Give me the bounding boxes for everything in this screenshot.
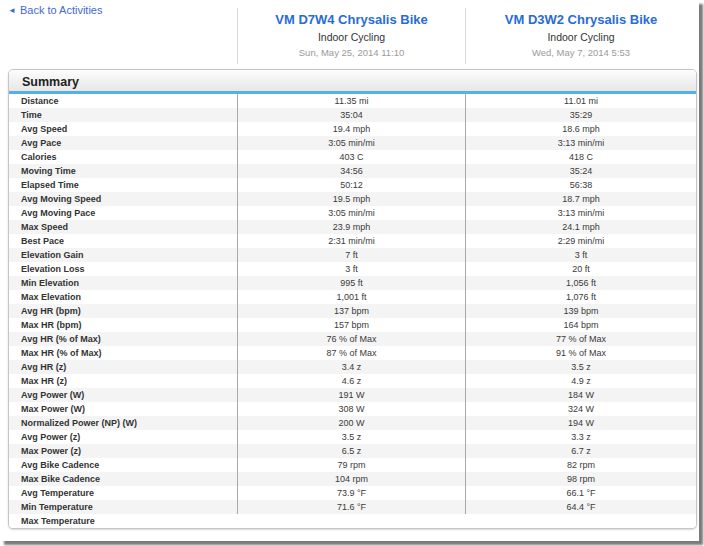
table-row: Avg Bike Cadence79 rpm82 rpm bbox=[9, 458, 696, 472]
metric-value-activity-2: 324 W bbox=[465, 402, 696, 416]
metric-label: Elevation Gain bbox=[9, 248, 237, 262]
metric-value-activity-1: 3:05 min/mi bbox=[237, 136, 465, 150]
table-row: Avg Moving Speed19.5 mph18.7 mph bbox=[9, 192, 696, 206]
metric-label: Best Pace bbox=[9, 234, 237, 248]
metric-label: Max Elevation bbox=[9, 290, 237, 304]
metric-value-activity-1: 995 ft bbox=[237, 276, 465, 290]
summary-panel: Summary Distance11.35 mi11.01 miTime35:0… bbox=[8, 69, 697, 529]
metric-label: Avg HR (z) bbox=[9, 360, 237, 374]
metric-value-activity-1: 1,001 ft bbox=[237, 290, 465, 304]
table-row: Avg Power (W)191 W184 W bbox=[9, 388, 696, 402]
metric-value-activity-2: 66.1 °F bbox=[465, 486, 696, 500]
metric-value-activity-1 bbox=[237, 514, 465, 528]
metric-value-activity-1: 3.4 z bbox=[237, 360, 465, 374]
metric-value-activity-2: 139 bpm bbox=[465, 304, 696, 318]
metric-label: Max HR (% of Max) bbox=[9, 346, 237, 360]
metric-value-activity-2: 4.9 z bbox=[465, 374, 696, 388]
metric-value-activity-2: 98 rpm bbox=[465, 472, 696, 486]
metric-value-activity-2: 24.1 mph bbox=[465, 220, 696, 234]
metric-value-activity-1: 87 % of Max bbox=[237, 346, 465, 360]
table-row: Normalized Power (NP) (W)200 W194 W bbox=[9, 416, 696, 430]
table-row: Min Elevation995 ft1,056 ft bbox=[9, 276, 696, 290]
metric-value-activity-2: 6.7 z bbox=[465, 444, 696, 458]
table-row: Avg HR (% of Max)76 % of Max77 % of Max bbox=[9, 332, 696, 346]
metric-label: Avg Moving Speed bbox=[9, 192, 237, 206]
metric-value-activity-2: 11.01 mi bbox=[465, 94, 696, 108]
table-row: Max Bike Cadence104 rpm98 rpm bbox=[9, 472, 696, 486]
metric-label: Normalized Power (NP) (W) bbox=[9, 416, 237, 430]
metric-label: Elevation Loss bbox=[9, 262, 237, 276]
metric-value-activity-2: 1,056 ft bbox=[465, 276, 696, 290]
activity-header-2: VM D3W2 Chrysalis Bike Indoor Cycling We… bbox=[465, 8, 696, 64]
metric-label: Max HR (z) bbox=[9, 374, 237, 388]
metric-value-activity-2: 82 rpm bbox=[465, 458, 696, 472]
table-row: Avg HR (bpm)137 bpm139 bpm bbox=[9, 304, 696, 318]
metric-label: Elapsed Time bbox=[9, 178, 237, 192]
metric-value-activity-1: 104 rpm bbox=[237, 472, 465, 486]
page-frame: ◄Back to Activities VM D7W4 Chrysalis Bi… bbox=[0, 0, 699, 541]
metric-value-activity-2: 194 W bbox=[465, 416, 696, 430]
metric-value-activity-1: 19.4 mph bbox=[237, 122, 465, 136]
metric-value-activity-2: 2:29 min/mi bbox=[465, 234, 696, 248]
metric-value-activity-2: 3:13 min/mi bbox=[465, 206, 696, 220]
table-row: Calories403 C418 C bbox=[9, 150, 696, 164]
back-link-label: Back to Activities bbox=[20, 4, 103, 16]
back-arrow-icon: ◄ bbox=[8, 6, 16, 15]
activity-date-1: Sun, May 25, 2014 11:10 bbox=[238, 47, 465, 58]
table-row: Max Temperature bbox=[9, 514, 696, 528]
table-row: Max Elevation1,001 ft1,076 ft bbox=[9, 290, 696, 304]
metric-value-activity-1: 7 ft bbox=[237, 248, 465, 262]
table-row: Time35:0435:29 bbox=[9, 108, 696, 122]
metric-value-activity-2: 18.7 mph bbox=[465, 192, 696, 206]
table-row: Min Temperature71.6 °F64.4 °F bbox=[9, 500, 696, 514]
metric-value-activity-1: 79 rpm bbox=[237, 458, 465, 472]
metric-value-activity-1: 34:56 bbox=[237, 164, 465, 178]
activity-type-1: Indoor Cycling bbox=[238, 31, 465, 43]
table-row: Distance11.35 mi11.01 mi bbox=[9, 94, 696, 108]
table-row: Max HR (bpm)157 bpm164 bpm bbox=[9, 318, 696, 332]
metric-value-activity-1: 71.6 °F bbox=[237, 500, 465, 514]
metric-label: Max Speed bbox=[9, 220, 237, 234]
table-row: Avg HR (z)3.4 z3.5 z bbox=[9, 360, 696, 374]
metric-value-activity-2: 20 ft bbox=[465, 262, 696, 276]
metric-value-activity-1: 19.5 mph bbox=[237, 192, 465, 206]
metric-value-activity-2: 1,076 ft bbox=[465, 290, 696, 304]
metric-label: Min Elevation bbox=[9, 276, 237, 290]
metric-label: Calories bbox=[9, 150, 237, 164]
table-row: Best Pace2:31 min/mi2:29 min/mi bbox=[9, 234, 696, 248]
metric-label: Avg HR (% of Max) bbox=[9, 332, 237, 346]
metric-value-activity-1: 2:31 min/mi bbox=[237, 234, 465, 248]
activity-title-link-2[interactable]: VM D3W2 Chrysalis Bike bbox=[466, 12, 696, 27]
metric-value-activity-1: 200 W bbox=[237, 416, 465, 430]
table-row: Avg Pace3:05 min/mi3:13 min/mi bbox=[9, 136, 696, 150]
metric-label: Max Temperature bbox=[9, 514, 237, 528]
metric-value-activity-1: 191 W bbox=[237, 388, 465, 402]
metric-value-activity-1: 23.9 mph bbox=[237, 220, 465, 234]
metric-label: Moving Time bbox=[9, 164, 237, 178]
table-row: Moving Time34:5635:24 bbox=[9, 164, 696, 178]
metric-label: Avg Power (W) bbox=[9, 388, 237, 402]
metric-label: Max Power (W) bbox=[9, 402, 237, 416]
metric-value-activity-1: 4.6 z bbox=[237, 374, 465, 388]
table-row: Avg Speed19.4 mph18.6 mph bbox=[9, 122, 696, 136]
metric-value-activity-2 bbox=[465, 514, 696, 528]
activity-header-1: VM D7W4 Chrysalis Bike Indoor Cycling Su… bbox=[237, 8, 465, 64]
metric-label: Time bbox=[9, 108, 237, 122]
activity-title-link-1[interactable]: VM D7W4 Chrysalis Bike bbox=[238, 12, 465, 27]
metric-value-activity-2: 418 C bbox=[465, 150, 696, 164]
metric-value-activity-1: 73.9 °F bbox=[237, 486, 465, 500]
summary-panel-title: Summary bbox=[9, 70, 696, 94]
activity-type-2: Indoor Cycling bbox=[466, 31, 696, 43]
metric-value-activity-2: 3.5 z bbox=[465, 360, 696, 374]
metric-value-activity-1: 6.5 z bbox=[237, 444, 465, 458]
metric-value-activity-2: 184 W bbox=[465, 388, 696, 402]
table-row: Elevation Loss3 ft20 ft bbox=[9, 262, 696, 276]
table-row: Max Speed23.9 mph24.1 mph bbox=[9, 220, 696, 234]
back-to-activities-link[interactable]: ◄Back to Activities bbox=[8, 4, 102, 16]
metric-label: Min Temperature bbox=[9, 500, 237, 514]
summary-table: Distance11.35 mi11.01 miTime35:0435:29Av… bbox=[9, 94, 696, 528]
metric-value-activity-1: 3:05 min/mi bbox=[237, 206, 465, 220]
metric-label: Avg Moving Pace bbox=[9, 206, 237, 220]
metric-value-activity-1: 137 bpm bbox=[237, 304, 465, 318]
table-row: Avg Temperature73.9 °F66.1 °F bbox=[9, 486, 696, 500]
